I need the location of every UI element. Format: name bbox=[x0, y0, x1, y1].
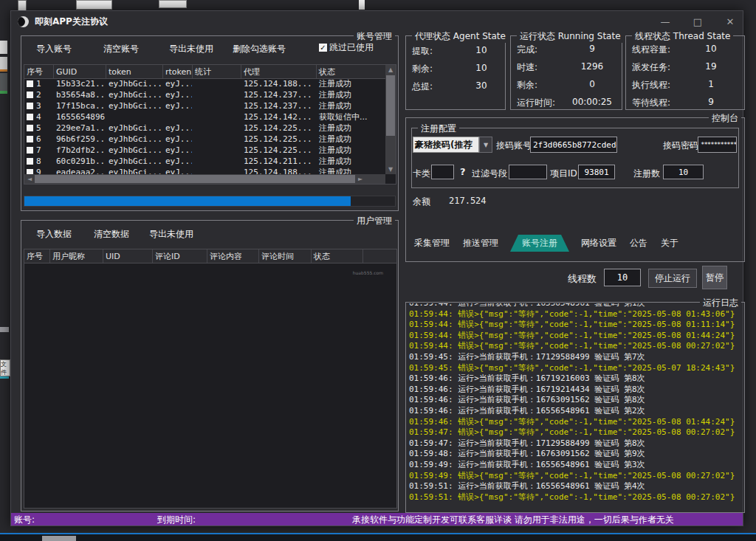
token-cell bbox=[106, 111, 163, 123]
column-header[interactable]: UID bbox=[103, 249, 153, 263]
code-password-input[interactable]: ***************** bbox=[698, 137, 737, 153]
user-management-group: 用户管理 导入数据 清空数据 导出未使用 序号用户昵称UID评论ID评论内容评论… bbox=[21, 220, 399, 511]
rtoken-cell: eyJ... bbox=[163, 145, 193, 156]
row-checkbox[interactable] bbox=[27, 169, 33, 174]
stop-run-button[interactable]: 停止运行 bbox=[648, 269, 697, 288]
thread-count-label: 线程数 bbox=[568, 272, 597, 286]
row-checkbox[interactable] bbox=[27, 158, 33, 165]
console-tab[interactable]: 公告 bbox=[628, 235, 649, 252]
column-header[interactable]: 评论ID bbox=[153, 249, 207, 263]
scroll-right-icon[interactable]: ► bbox=[355, 174, 365, 184]
rtoken-cell: eyJ... bbox=[163, 78, 193, 89]
account-table: 序号GUIDtokenrtoken统计代理状态 115b33c21...eyJh… bbox=[24, 64, 396, 185]
console-tab[interactable]: 账号注册 bbox=[510, 235, 569, 252]
scroll-left-icon[interactable]: ◄ bbox=[24, 174, 35, 184]
table-row[interactable]: 9eadeaaa2...eyJhbGci...eyJ...125.124.188… bbox=[24, 167, 385, 174]
progress-fill bbox=[24, 196, 351, 206]
card-type-input[interactable] bbox=[431, 165, 454, 179]
skip-used-checkbox[interactable]: ✓ 跳过已使用 bbox=[319, 41, 374, 54]
account-table-hscrollbar[interactable]: ◄ ► bbox=[24, 174, 385, 184]
stat-value: 1 bbox=[682, 79, 740, 92]
row-index-cell: 7 bbox=[24, 145, 54, 156]
import-accounts-button[interactable]: 导入账号 bbox=[36, 43, 72, 55]
minimize-button[interactable]: — bbox=[659, 16, 672, 27]
background-window-fragment bbox=[18, 0, 27, 11]
stat-cell bbox=[193, 111, 241, 123]
console-tab[interactable]: 推送管理 bbox=[461, 235, 500, 252]
token-cell: eyJhbGci... bbox=[106, 156, 163, 167]
stat-cell bbox=[193, 100, 241, 111]
row-checkbox[interactable] bbox=[27, 136, 33, 142]
thread-count-input[interactable]: 10 bbox=[604, 269, 641, 286]
column-header[interactable]: token bbox=[106, 65, 163, 78]
help-icon[interactable]: ? bbox=[460, 166, 466, 177]
column-header[interactable]: 代理 bbox=[241, 65, 317, 78]
log-line: 01:59:46: 运行>当前获取手机：16556548961 验证码 第2次 bbox=[409, 406, 742, 417]
console-tab[interactable]: 采集管理 bbox=[413, 235, 451, 252]
import-data-button[interactable]: 导入数据 bbox=[36, 228, 72, 241]
export-unused-accounts-button[interactable]: 导出未使用 bbox=[169, 43, 213, 55]
log-line: 01:59:44: 错误>{"msg":"等待","code":-1,"time… bbox=[409, 331, 742, 342]
table-row[interactable]: 860c0291b...eyJhbGci...eyJ...125.124.211… bbox=[24, 156, 385, 167]
close-button[interactable]: ✕ bbox=[724, 16, 737, 27]
table-row[interactable]: 7f7b2dfb2...eyJhbGci...eyJ...125.124.225… bbox=[24, 145, 385, 156]
table-row[interactable]: 115b33c21...eyJhbGci...eyJ...125.124.188… bbox=[24, 78, 385, 89]
register-count-input[interactable]: 10 bbox=[663, 165, 704, 179]
column-header[interactable]: 用户昵称 bbox=[50, 249, 103, 263]
column-header[interactable]: 统计 bbox=[193, 65, 241, 78]
column-header[interactable]: 状态 bbox=[312, 249, 363, 263]
stat-label: 剩余: bbox=[517, 79, 567, 92]
title-bar[interactable]: 即刻APP关注协议 — □ ✕ bbox=[11, 11, 743, 32]
row-checkbox[interactable] bbox=[27, 80, 33, 87]
filter-segment-input[interactable] bbox=[509, 165, 547, 179]
column-header[interactable]: 评论时间 bbox=[259, 249, 312, 263]
column-header[interactable]: 评论内容 bbox=[207, 249, 259, 263]
row-checkbox[interactable] bbox=[27, 114, 33, 120]
vscroll-thumb[interactable] bbox=[386, 75, 395, 136]
clear-data-button[interactable]: 清空数据 bbox=[94, 228, 129, 241]
status-bar: 账号: 到期时间: 承接软件与功能定制开发可联系客服详谈 请勿用于非法用途，一切… bbox=[11, 513, 743, 526]
sms-provider-dropdown[interactable]: 豪猪接码(推荐 bbox=[413, 137, 479, 153]
row-number: 1 bbox=[36, 79, 41, 89]
delete-checked-accounts-button[interactable]: 删除勾选账号 bbox=[233, 43, 286, 55]
table-row[interactable]: 2b35654a8...eyJhbGci...eyJ...125.124.237… bbox=[24, 89, 385, 100]
row-checkbox[interactable] bbox=[27, 147, 33, 154]
column-header[interactable]: 序号 bbox=[24, 65, 54, 78]
code-account-input[interactable]: 2f3d0665b8772cded4a bbox=[530, 137, 617, 153]
column-header[interactable]: GUID bbox=[54, 65, 106, 78]
maximize-button[interactable]: □ bbox=[691, 16, 704, 27]
clear-accounts-button[interactable]: 清空账号 bbox=[103, 43, 139, 55]
column-header[interactable] bbox=[363, 249, 396, 263]
log-list[interactable]: 01:59:44: 运行>当前获取手机：16556548961 验证码 第1次0… bbox=[409, 303, 742, 510]
row-checkbox[interactable] bbox=[27, 125, 33, 131]
pause-button[interactable]: 暂停 bbox=[702, 266, 727, 289]
project-id-input[interactable]: 93801 bbox=[578, 165, 615, 179]
column-header[interactable]: 状态 bbox=[317, 65, 385, 78]
table-row[interactable]: 317f15bca...eyJhbGci...eyJ...125.124.237… bbox=[24, 100, 385, 111]
app-icon bbox=[18, 16, 29, 27]
scroll-down-icon[interactable]: ▼ bbox=[385, 165, 396, 174]
table-row[interactable]: 5229ee7a1...eyJhbGci...eyJ...125.124.225… bbox=[24, 123, 385, 134]
table-row[interactable]: 696b6f259...eyJhbGci...eyJ...125.124.225… bbox=[24, 134, 385, 145]
proxy-cell: 125.124.225... bbox=[241, 123, 317, 134]
column-header[interactable]: 序号 bbox=[24, 249, 50, 263]
row-checkbox[interactable] bbox=[27, 92, 33, 98]
console-tab[interactable]: 关于 bbox=[659, 235, 680, 252]
account-table-vscrollbar[interactable]: ▲ ▼ bbox=[385, 65, 396, 174]
row-checkbox[interactable] bbox=[27, 103, 33, 109]
console-tab[interactable]: 网络设置 bbox=[580, 235, 618, 252]
status-cell: 注册成功 bbox=[317, 78, 385, 89]
scroll-up-icon[interactable]: ▲ bbox=[385, 65, 396, 75]
dropdown-arrow-icon[interactable]: ▼ bbox=[479, 137, 492, 153]
column-header[interactable]: rtoken bbox=[163, 65, 193, 78]
hscroll-thumb[interactable] bbox=[35, 175, 355, 183]
stat-label: 时速: bbox=[517, 61, 567, 74]
taskbar[interactable] bbox=[0, 533, 756, 541]
rtoken-cell: eyJ... bbox=[163, 134, 193, 145]
token-cell: eyJhbGci... bbox=[106, 134, 163, 145]
table-row[interactable]: 416556548961125.124.142...获取短信中... bbox=[24, 111, 385, 123]
agent-state-label: 代理状态 Agent State bbox=[412, 30, 509, 43]
taskbar-button[interactable] bbox=[42, 536, 76, 541]
log-line: 01:59:48: 运行>当前获取手机：16763091562 验证码 第9次 bbox=[409, 449, 742, 460]
export-unused-data-button[interactable]: 导出未使用 bbox=[149, 228, 193, 241]
